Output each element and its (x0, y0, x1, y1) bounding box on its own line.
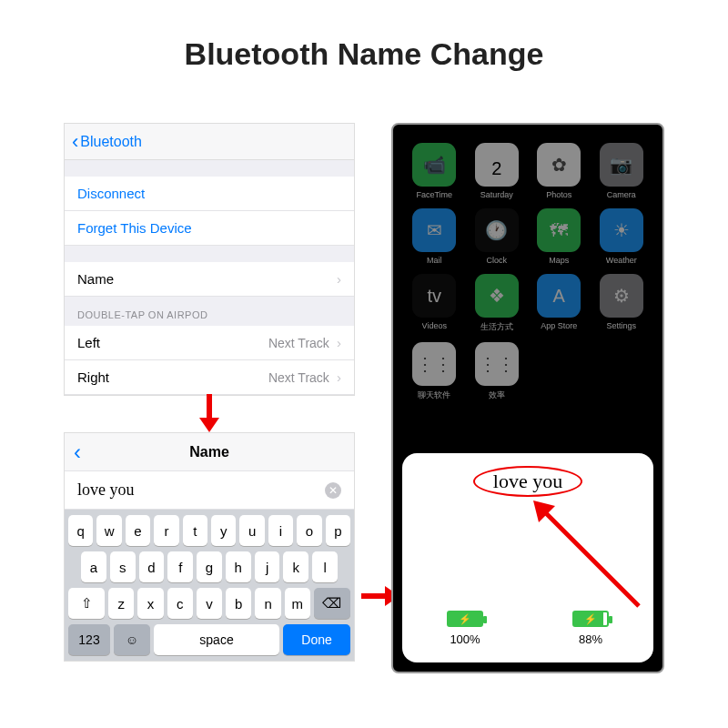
app-videos[interactable]: tvVideos (406, 274, 463, 333)
key-j[interactable]: j (255, 551, 280, 582)
battery-right: ⚡ 88% (572, 611, 609, 646)
app-icon: 📷 (600, 143, 643, 187)
right-airpod-cell[interactable]: Right Next Track › (65, 360, 354, 395)
app-label: Maps (549, 256, 569, 265)
app-label: App Store (541, 321, 577, 330)
section-gap (65, 246, 354, 262)
key-space[interactable]: space (154, 624, 279, 655)
key-emoji[interactable]: ☺ (114, 624, 150, 655)
chevron-left-icon: ‹ (72, 132, 78, 152)
key-r[interactable]: r (154, 515, 178, 546)
key-w[interactable]: w (96, 515, 121, 546)
key-e[interactable]: e (126, 515, 150, 546)
app-label: 效率 (489, 389, 505, 401)
app-icon: ⋮⋮ (412, 342, 456, 386)
svg-line-4 (542, 510, 639, 606)
key-n[interactable]: n (255, 588, 280, 619)
app-app-store[interactable]: AApp Store (531, 274, 588, 333)
app-camera[interactable]: 📷Camera (593, 143, 651, 199)
key-o[interactable]: o (297, 515, 321, 546)
chevron-right-icon: › (337, 271, 341, 287)
back-button[interactable]: ‹ (74, 440, 81, 465)
phone-mockup: 📹FaceTimeSaturday2Saturday✿Photos📷Camera… (391, 123, 664, 673)
app-weather[interactable]: ☀︎Weather (593, 208, 651, 265)
arrow-down-icon (196, 392, 223, 432)
name-input-value[interactable]: love you (77, 480, 135, 500)
key-t[interactable]: t (183, 515, 207, 546)
app-facetime[interactable]: 📹FaceTime (406, 143, 463, 199)
back-button[interactable]: ‹ Bluetooth (72, 132, 142, 152)
keyboard: qwertyuiop asdfghjkl ⇧zxcvbnm⌫ 123 ☺ spa… (65, 510, 354, 661)
key-d[interactable]: d (139, 551, 165, 582)
bolt-icon: ⚡ (459, 613, 471, 625)
page-title: Bluetooth Name Change (0, 36, 728, 72)
disconnect-button[interactable]: Disconnect (65, 177, 354, 211)
key-v[interactable]: v (197, 588, 222, 619)
key-b[interactable]: b (226, 588, 251, 619)
app-settings[interactable]: ⚙︎Settings (593, 274, 651, 333)
app-label: Videos (422, 321, 447, 330)
app-icon: 🕐 (475, 208, 519, 252)
app-label: Clock (486, 256, 507, 265)
key-s[interactable]: s (110, 551, 136, 582)
right-label: Right (77, 369, 109, 385)
app-生活方式[interactable]: ❖生活方式 (469, 274, 526, 333)
battery-left: ⚡ 100% (447, 611, 483, 646)
app-icon: 🗺 (537, 208, 581, 252)
app-label: FaceTime (416, 190, 452, 199)
left-airpod-cell[interactable]: Left Next Track › (65, 326, 354, 360)
key-z[interactable]: z (108, 588, 134, 619)
left-label: Left (77, 335, 100, 350)
key-m[interactable]: m (285, 588, 310, 619)
battery-right-percent: 88% (579, 632, 602, 646)
app-icon: ❖ (475, 274, 519, 318)
name-input-row[interactable]: love you ✕ (65, 471, 354, 510)
clear-input-icon[interactable]: ✕ (325, 482, 341, 499)
key-p[interactable]: p (326, 515, 350, 546)
app-photos[interactable]: ✿Photos (531, 143, 588, 199)
app-label: Camera (607, 190, 636, 199)
app-icon: ✿ (537, 143, 581, 187)
app-效率[interactable]: ⋮⋮效率 (469, 342, 526, 401)
key-i[interactable]: i (268, 515, 293, 546)
arrow-annotation-icon (530, 497, 648, 615)
app-maps[interactable]: 🗺Maps (531, 208, 588, 265)
arrow-down-annotation (64, 396, 355, 432)
key-f[interactable]: f (167, 551, 193, 582)
key-done[interactable]: Done (283, 624, 350, 655)
name-editor-title: Name (189, 444, 229, 460)
key-123[interactable]: 123 (68, 624, 110, 655)
app-label: Saturday (480, 190, 513, 199)
key-k[interactable]: k (283, 551, 308, 582)
key-h[interactable]: h (226, 551, 251, 582)
key-delete[interactable]: ⌫ (314, 588, 350, 619)
app-icon: ✉︎ (412, 208, 456, 252)
app-mail[interactable]: ✉︎Mail (406, 208, 463, 265)
app-label: Settings (606, 321, 636, 330)
app-icon: ⋮⋮ (475, 342, 519, 386)
battery-icon: ⚡ (572, 611, 609, 627)
chevron-right-icon: › (333, 369, 341, 385)
key-q[interactable]: q (68, 515, 93, 546)
forget-device-button[interactable]: Forget This Device (65, 211, 354, 246)
key-y[interactable]: y (211, 515, 236, 546)
nav-bar: ‹ Bluetooth (65, 124, 354, 160)
double-tap-header: DOUBLE-TAP ON AIRPOD (65, 297, 354, 326)
app-saturday[interactable]: Saturday2Saturday (469, 143, 526, 199)
red-circle-annotation (473, 466, 582, 497)
app-icon: A (537, 274, 581, 318)
key-l[interactable]: l (312, 551, 338, 582)
app-聊天软件[interactable]: ⋮⋮聊天软件 (406, 342, 463, 401)
key-shift[interactable]: ⇧ (68, 588, 105, 619)
key-x[interactable]: x (137, 588, 163, 619)
app-clock[interactable]: 🕐Clock (469, 208, 526, 265)
airpods-popup-sheet: love you ⚡ 100% ⚡ 88% (402, 453, 653, 662)
key-u[interactable]: u (239, 515, 264, 546)
app-label: Mail (427, 256, 442, 265)
battery-icon: ⚡ (447, 611, 483, 627)
key-a[interactable]: a (81, 551, 106, 582)
key-c[interactable]: c (167, 588, 193, 619)
key-g[interactable]: g (197, 551, 222, 582)
name-cell[interactable]: Name › (65, 262, 354, 297)
app-label: 聊天软件 (418, 389, 450, 401)
